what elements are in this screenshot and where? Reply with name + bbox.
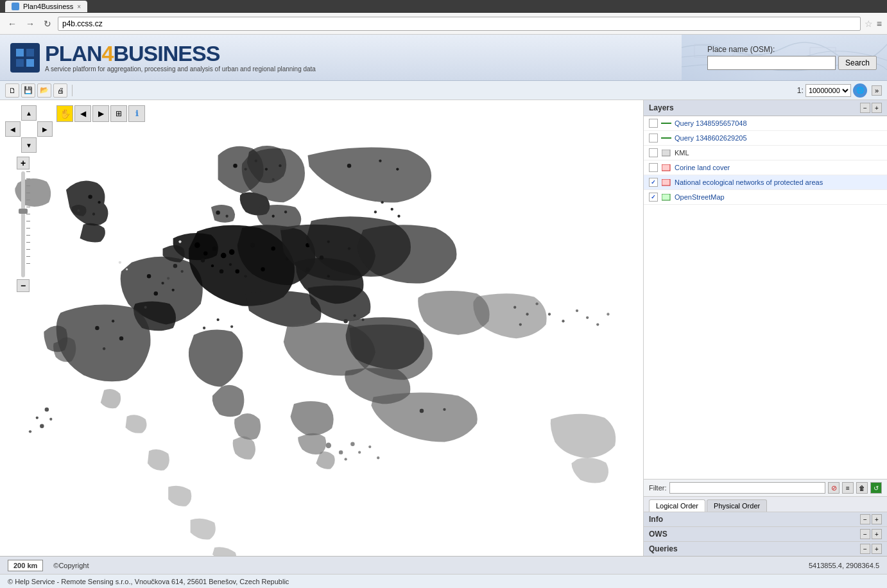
new-btn[interactable]: 🗋: [5, 83, 19, 98]
nav-refresh-btn[interactable]: ↻: [41, 17, 54, 30]
accordion-queries-label: Queries: [649, 544, 678, 553]
globe-btn[interactable]: 🌐: [853, 83, 867, 98]
history-forward-btn[interactable]: ▶: [92, 105, 109, 122]
queries-collapse-btn[interactable]: −: [860, 544, 870, 554]
svg-point-56: [126, 268, 128, 270]
svg-rect-1: [26, 49, 34, 56]
layer-visibility-corine[interactable]: [649, 163, 658, 172]
menu-btn[interactable]: ≡: [877, 19, 882, 29]
svg-rect-99: [662, 164, 670, 171]
layer-item-osm[interactable]: ✓ OpenStreetMap: [644, 190, 887, 205]
tab-close-btn[interactable]: ×: [77, 3, 81, 10]
svg-rect-2: [16, 59, 24, 67]
svg-point-48: [396, 168, 399, 170]
zoom-out-btn[interactable]: −: [17, 279, 30, 292]
info-collapse-btn[interactable]: −: [860, 514, 870, 524]
physical-order-tab[interactable]: Physical Order: [707, 499, 767, 512]
svg-point-24: [250, 243, 254, 247]
svg-point-9: [88, 195, 92, 198]
save-btn[interactable]: 💾: [21, 83, 35, 98]
nav-back-btn[interactable]: ←: [5, 17, 19, 30]
svg-point-61: [221, 253, 227, 259]
expand-right-btn[interactable]: »: [872, 85, 882, 96]
direction-pad: ▲ ◀ ▶ ▼: [5, 105, 53, 153]
accordion-ows-header[interactable]: OWS − +: [644, 527, 887, 541]
ows-expand-btn[interactable]: +: [872, 529, 882, 539]
svg-point-46: [347, 164, 351, 168]
svg-point-82: [519, 323, 522, 325]
order-tabs: Logical Order Physical Order: [644, 496, 887, 512]
layer-visibility-q1[interactable]: [649, 119, 658, 128]
filter-clear-btn[interactable]: ⊘: [828, 482, 840, 494]
tab-title: Plan4Bussiness: [23, 3, 73, 10]
bookmark-btn[interactable]: ☆: [865, 19, 873, 29]
svg-point-42: [443, 408, 445, 411]
svg-point-22: [144, 306, 147, 309]
history-back-btn[interactable]: ◀: [74, 105, 91, 122]
panel-maximize-btn[interactable]: +: [872, 103, 882, 113]
pan-right-btn[interactable]: ▶: [37, 121, 53, 137]
svg-point-10: [98, 201, 100, 203]
layer-icon-kml: [660, 148, 672, 157]
map-area[interactable]: ▲ ◀ ▶ ▼ ✋ ◀ ▶ ⊞ ℹ +: [0, 100, 643, 556]
layer-visibility-osm[interactable]: ✓: [649, 193, 658, 202]
footer-text: © Help Service - Remote Sensing s.r.o., …: [8, 578, 289, 585]
filter-refresh-btn[interactable]: ↺: [870, 482, 882, 494]
svg-point-72: [36, 417, 39, 419]
search-button[interactable]: Search: [838, 56, 877, 70]
filter-input[interactable]: [669, 482, 826, 494]
nav-forward-btn[interactable]: →: [23, 17, 37, 30]
svg-point-38: [103, 347, 105, 350]
svg-point-87: [596, 323, 599, 325]
grid-btn[interactable]: ⊞: [110, 105, 127, 122]
scale-select[interactable]: 10000000 5000000 1000000 500000: [805, 84, 851, 97]
svg-point-89: [325, 443, 331, 449]
svg-rect-3: [26, 59, 34, 67]
svg-point-55: [119, 261, 121, 264]
layer-item-kml[interactable]: KML: [644, 146, 887, 160]
layer-item-q2[interactable]: Query 1348602629205: [644, 131, 887, 146]
svg-point-65: [229, 263, 232, 266]
zoom-in-btn[interactable]: +: [17, 157, 30, 169]
print-btn[interactable]: 🖨: [53, 83, 67, 98]
logical-order-tab[interactable]: Logical Order: [649, 499, 705, 512]
panel-controls: − +: [860, 103, 882, 113]
accordion-info-header[interactable]: Info − +: [644, 512, 887, 526]
pan-up-btn[interactable]: ▲: [21, 105, 37, 121]
svg-point-76: [343, 319, 347, 323]
layer-visibility-kml[interactable]: [649, 148, 658, 157]
pan-left-btn[interactable]: ◀: [5, 121, 21, 137]
open-btn[interactable]: 📂: [37, 83, 51, 98]
svg-point-68: [391, 208, 393, 211]
filter-delete-btn[interactable]: 🗑: [856, 482, 868, 494]
browser-tab[interactable]: Plan4Bussiness ×: [5, 1, 87, 12]
layer-item-national[interactable]: ✓ National ecological networks of protec…: [644, 175, 887, 190]
logo-subtitle: A service platform for aggregation, proc…: [45, 65, 316, 73]
filter-apply-btn[interactable]: ≡: [842, 482, 854, 494]
layer-icon-q1: [660, 119, 672, 128]
address-bar[interactable]: [58, 17, 861, 31]
pan-tool-btn[interactable]: ✋: [56, 105, 73, 122]
zoom-controls: +: [17, 157, 30, 292]
info-expand-btn[interactable]: +: [872, 514, 882, 524]
svg-point-20: [154, 291, 158, 295]
layer-visibility-q2[interactable]: [649, 134, 658, 143]
queries-expand-btn[interactable]: +: [872, 544, 882, 554]
layer-item-corine[interactable]: Corine land cover: [644, 160, 887, 175]
svg-point-71: [45, 408, 49, 411]
logo-main: PLAN4BUSINESS: [45, 42, 316, 64]
pan-down-btn[interactable]: ▼: [21, 137, 37, 153]
logo-text-area: PLAN4BUSINESS A service platform for agg…: [45, 42, 316, 73]
accordion-ows: OWS − +: [644, 526, 887, 541]
search-input[interactable]: [707, 56, 836, 70]
panel-minimize-btn[interactable]: −: [860, 103, 870, 113]
ows-collapse-btn[interactable]: −: [860, 529, 870, 539]
layer-item-q1[interactable]: Query 1348595657048: [644, 116, 887, 131]
copyright-text: ©Copyright: [53, 562, 89, 569]
layer-visibility-national[interactable]: ✓: [649, 178, 658, 187]
accordion-queries-header[interactable]: Queries − +: [644, 542, 887, 556]
info-tool-btn[interactable]: ℹ: [128, 105, 145, 122]
status-bar: 200 km ©Copyright 5413855.4, 2908364.5: [0, 556, 887, 574]
svg-point-81: [535, 302, 538, 305]
svg-point-35: [95, 326, 99, 330]
